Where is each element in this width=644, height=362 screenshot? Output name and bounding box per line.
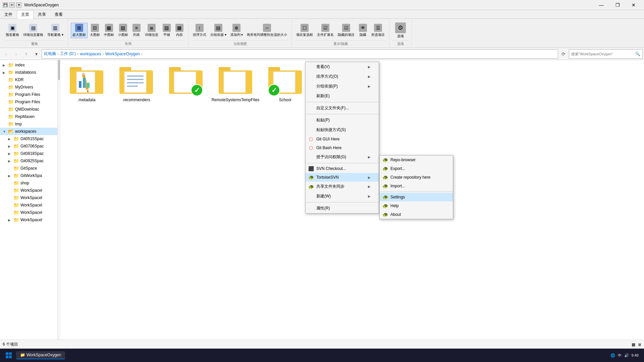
sidebar-item-workspaces[interactable]: ▼ 📂 workspaces — [0, 128, 57, 135]
folder-remotesystems[interactable]: RemoteSystemsTempFiles — [212, 63, 259, 104]
tray-ime-icon[interactable]: 中 — [618, 353, 622, 358]
view-icon-list[interactable]: ≣ — [638, 342, 641, 347]
selected-items-btn[interactable]: ☰ 所选项目 — [370, 23, 386, 38]
folder-school[interactable]: ✓ School — [262, 63, 309, 104]
maximize-button[interactable]: ❐ — [610, 0, 625, 10]
tab-view[interactable]: 查看 — [50, 10, 67, 18]
submenu-help[interactable]: 🐢 Help — [380, 201, 453, 210]
details-pane-btn[interactable]: ▤ 详细信息窗格 — [21, 23, 45, 38]
layout-tile-btn[interactable]: ▨ 平铺 — [161, 23, 173, 38]
sidebar-item-shop[interactable]: 📁 shop — [0, 179, 57, 187]
options-btn[interactable]: ⚙ 选项 — [392, 21, 409, 40]
breadcrumb-pc[interactable]: 此电脑 — [44, 51, 56, 57]
sidebar-scrollthumb[interactable] — [58, 60, 60, 80]
quick-dropdown-icon[interactable]: ▾ — [16, 2, 21, 8]
sidebar-item-workspace1[interactable]: 📁 WorkSpaceI — [0, 187, 57, 194]
menu-svn-checkout[interactable]: ⬛ SVN Checkout... — [306, 164, 379, 173]
tray-volume-icon[interactable]: 🔊 — [624, 353, 629, 358]
tray-network-icon[interactable]: 🌐 — [610, 353, 615, 358]
sidebar-item-workspace2[interactable]: 📁 WorkSpaceI — [0, 194, 57, 201]
address-bar[interactable]: 此电脑 › 工作 (D:) › workspaces › WorkSpaceOx… — [42, 49, 558, 59]
sidebar-item-repmaven[interactable]: 📁 RepMaven — [0, 113, 57, 120]
sidebar-item-git0818[interactable]: ▶ 📁 Git0818Spac — [0, 150, 57, 157]
sidebar-item-qmdownload[interactable]: 📁 QMDownloac — [0, 106, 57, 113]
menu-git-gui[interactable]: ⬡ Git GUI Here — [306, 135, 379, 143]
menu-new[interactable]: 新建(W) ▶ — [306, 191, 379, 201]
menu-paste-shortcut[interactable]: 粘贴快捷方式(S) — [306, 125, 379, 135]
preview-pane-btn[interactable]: ▣ 预览窗格 — [4, 23, 21, 38]
menu-share-sync[interactable]: 🐢 共享文件夹同步 ▶ — [306, 182, 379, 191]
titlebar-quick-access[interactable]: 💾 ↩ ▾ — [3, 2, 21, 8]
breadcrumb-drive[interactable]: 工作 (D:) — [60, 51, 76, 57]
layout-lg-icon-btn[interactable]: ⊟ 大图标 — [88, 23, 102, 38]
sort-btn[interactable]: ↕ 排序方式 — [191, 23, 208, 38]
nav-up-btn[interactable]: ↑ — [21, 49, 31, 59]
sidebar-item-installations[interactable]: ▶ 📁 installations — [0, 69, 57, 76]
item-checkbox-btn[interactable]: ☐ 项目复选框 — [294, 23, 315, 38]
breadcrumb-current[interactable]: WorkSpaceOxygen — [105, 52, 140, 56]
submenu-create-repo[interactable]: 🐢 Create repository here — [380, 173, 453, 182]
submenu-repo-browser[interactable]: 🐢 Repo-browser — [380, 156, 453, 164]
file-ext-btn[interactable]: ☑ 文件扩展名 — [315, 23, 335, 38]
sidebar-item-gitspace[interactable]: 📁 GitSpace — [0, 165, 57, 172]
layout-sm-icon-btn[interactable]: ▧ 小图标 — [116, 23, 130, 38]
submenu-settings[interactable]: 🐢 Settings — [380, 193, 453, 201]
sidebar-item-tmp[interactable]: 📁 tmp — [0, 120, 57, 128]
menu-tortoise-svn[interactable]: 🐢 TortoiseSVN ▶ — [306, 173, 379, 182]
hide-btn[interactable]: 👁 隐藏 — [357, 23, 369, 38]
sidebar-item-programfiles2[interactable]: 📁 Program Files — [0, 98, 57, 106]
view-icon-grid[interactable]: ▦ — [632, 342, 635, 347]
tab-share[interactable]: 共享 — [34, 10, 50, 18]
submenu-export[interactable]: 🐢 Export... — [380, 164, 453, 173]
layout-md-icon-btn[interactable]: ▦ 中图标 — [102, 23, 116, 38]
menu-grant-access[interactable]: 授予访问权限(G) ▶ — [306, 152, 379, 162]
layout-content-btn[interactable]: ▩ 内容 — [173, 23, 185, 38]
breadcrumb-workspaces[interactable]: workspaces — [80, 52, 101, 56]
sidebar-item-git0515[interactable]: ▶ 📁 Git0515Spac — [0, 135, 57, 142]
nav-recent-btn[interactable]: ▾ — [32, 49, 41, 59]
refresh-btn[interactable]: ⟳ — [559, 49, 568, 59]
quick-undo-icon[interactable]: ↩ — [9, 2, 15, 8]
folder-metadata[interactable]: .metadata — [63, 63, 110, 104]
add-col-btn[interactable]: ⊕ 添加列 ▾ — [229, 23, 245, 38]
sidebar-item-mydrivers[interactable]: 📁 MyDrivers — [0, 83, 57, 91]
sidebar-item-git0706[interactable]: ▶ 📁 Git0706Spac — [0, 142, 57, 150]
submenu-about[interactable]: 🐢 About — [380, 210, 453, 219]
fit-col-btn[interactable]: ↔ 将所有列调整到合适的大小 — [245, 23, 289, 38]
nav-back-btn[interactable]: ‹ — [1, 49, 11, 59]
minimize-button[interactable]: — — [594, 0, 609, 10]
menu-customize-folder[interactable]: 自定义文件夹(F)... — [306, 103, 379, 113]
search-bar[interactable]: 🔍 — [569, 49, 643, 59]
layout-list-btn[interactable]: ≡ 列表 — [130, 23, 143, 38]
menu-paste[interactable]: 粘贴(P) — [306, 115, 379, 125]
menu-sort[interactable]: 排序方式(O) ▶ — [306, 72, 379, 81]
menu-refresh[interactable]: 刷新(E) — [306, 91, 379, 101]
menu-group[interactable]: 分组依据(P) ▶ — [306, 81, 379, 91]
folder-svn-checked[interactable]: ✓ _ — [162, 63, 209, 104]
sidebar-item-git0925[interactable]: ▶ 📁 Git0925Spac — [0, 157, 57, 165]
sidebar-item-workspace3[interactable]: 📁 WorkSpaceI — [0, 201, 57, 209]
group-by-btn[interactable]: ▤ 分组依据 ▾ — [209, 23, 228, 38]
sidebar-item-gitworkspace[interactable]: ▶ 📁 GitWorkSpa — [0, 172, 57, 179]
search-input[interactable] — [571, 52, 634, 56]
submenu-import[interactable]: 🐢 Import... — [380, 182, 453, 190]
sidebar-item-workspace5[interactable]: ▶ 📁 WorkSpaceI — [0, 216, 57, 224]
tab-file[interactable]: 文件 — [0, 10, 17, 18]
sidebar-item-workspace4[interactable]: 📁 WorkSpaceI — [0, 209, 57, 216]
tab-home[interactable]: 主页 — [17, 10, 34, 19]
folder-recommenders[interactable]: .recommenders — [113, 63, 160, 104]
sidebar-item-programfiles1[interactable]: 📁 Program Files — [0, 91, 57, 98]
hidden-items-btn[interactable]: ☑ 隐藏的项目 — [336, 23, 356, 38]
start-button[interactable] — [3, 349, 15, 361]
quick-save-icon[interactable]: 💾 — [3, 2, 8, 8]
layout-detail-btn[interactable]: ≣ 详细信息 — [143, 23, 160, 38]
taskbar-explorer-item[interactable]: 📁 WorkSpaceOxygen — [16, 351, 65, 359]
close-button[interactable]: ✕ — [626, 0, 641, 10]
sidebar-item-kdr[interactable]: 📁 KDR — [0, 76, 57, 83]
layout-xl-icon-btn[interactable]: ⊞ 超大图标 — [71, 23, 88, 38]
menu-view[interactable]: 查看(V) ▶ — [306, 62, 379, 72]
menu-properties[interactable]: 属性(R) — [306, 203, 379, 213]
menu-git-bash[interactable]: ⬡ Git Bash Here — [306, 143, 379, 152]
sidebar-item-index[interactable]: ▶ 📁 index — [0, 61, 57, 69]
nav-forward-btn[interactable]: › — [11, 49, 21, 59]
